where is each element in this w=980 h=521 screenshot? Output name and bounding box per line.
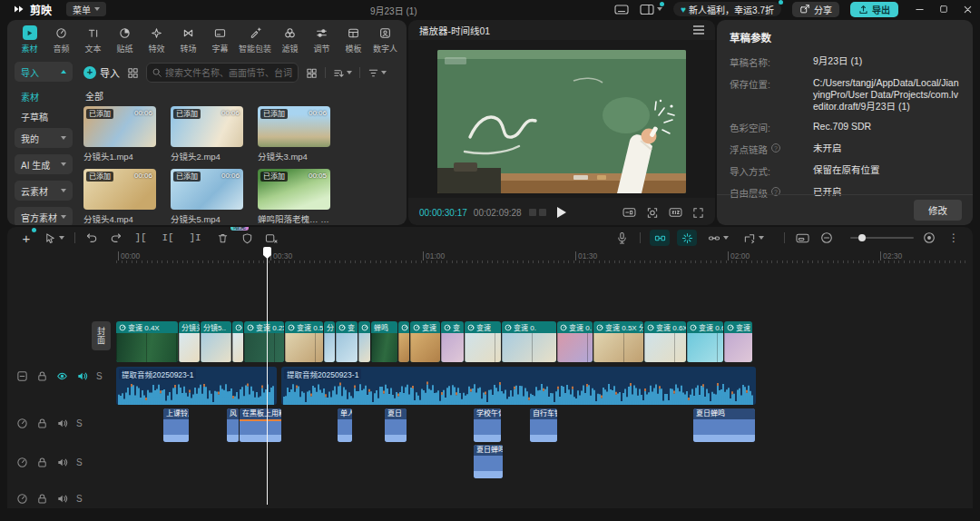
search-input[interactable]: [147, 64, 298, 82]
cover-button[interactable]: 封面: [92, 321, 111, 350]
sound-clip[interactable]: 学校午休: [474, 408, 501, 442]
play-button[interactable]: [557, 207, 566, 218]
auto-snap-toggle[interactable]: [650, 230, 670, 246]
export-button[interactable]: 导出: [850, 2, 898, 17]
layout-switch-icon[interactable]: [640, 4, 662, 15]
ratio-icon[interactable]: [669, 207, 682, 218]
gauge-icon[interactable]: [16, 493, 28, 505]
tab-transition[interactable]: 转场: [173, 25, 203, 54]
solo-button[interactable]: S: [96, 371, 103, 381]
tab-audio[interactable]: 音频: [46, 25, 76, 54]
media-item[interactable]: 已添加00:06分镜头2.mp4: [171, 106, 243, 162]
video-clip[interactable]: 变速: [358, 321, 370, 362]
sound-clip[interactable]: 单人: [338, 408, 352, 442]
grid-view-icon[interactable]: [306, 67, 318, 79]
audio-clip[interactable]: 提取音频20250923-1: [281, 367, 756, 405]
speaker-icon[interactable]: [56, 457, 68, 468]
trim-left-button[interactable]: I[: [160, 230, 176, 246]
video-clip[interactable]: 分镜5..: [201, 321, 231, 362]
video-clip[interactable]: 变: [398, 321, 409, 362]
video-clip[interactable]: 分镜头..: [179, 321, 200, 362]
media-item[interactable]: 已添加00:05蝉鸣阳落老槐… 1.mp4: [258, 169, 330, 225]
sort-dropdown[interactable]: [333, 67, 352, 79]
timeline-zoom-slider[interactable]: [850, 237, 914, 239]
player-menu-icon[interactable]: [693, 25, 704, 34]
import-button[interactable]: + 导入: [83, 65, 120, 80]
eye-icon[interactable]: [56, 370, 68, 382]
split-button[interactable]: ][: [132, 230, 149, 246]
sound-clip[interactable]: 在黑板上用粉笔: [240, 408, 281, 442]
speaker-icon[interactable]: [56, 418, 68, 429]
sound-clip[interactable]: 上课铃声: [163, 408, 189, 442]
preview-axis-dropdown[interactable]: [704, 230, 731, 246]
sound-clip[interactable]: 夏日蝉鸣: [474, 445, 503, 478]
delete-button[interactable]: [214, 230, 230, 246]
modify-button[interactable]: 修改: [914, 200, 962, 221]
video-clip[interactable]: 变速 0.6X: [644, 321, 686, 362]
video-clip[interactable]: 变速 0.4X: [116, 321, 178, 362]
minimize-button[interactable]: [915, 5, 925, 15]
more-options-button[interactable]: ⋮: [946, 230, 962, 246]
folder-grid-icon[interactable]: [127, 67, 139, 79]
mask-button[interactable]: [239, 230, 255, 246]
sound-clip[interactable]: 夏日蝉鸣: [693, 408, 755, 442]
lock-icon[interactable]: [36, 457, 48, 468]
sidebar-item-云素材[interactable]: 云素材: [15, 181, 73, 201]
media-item[interactable]: 已添加00:06分镜头1.mp4: [83, 106, 156, 162]
video-clip[interactable]: 变速: [465, 321, 501, 362]
video-clip[interactable]: 变速 0.2X: [244, 321, 284, 362]
tab-text[interactable]: 文本: [78, 25, 108, 54]
video-clip[interactable]: 蝉鸣: [371, 321, 397, 362]
close-button[interactable]: [963, 5, 973, 15]
maximize-button[interactable]: [939, 5, 948, 14]
video-clip[interactable]: 变速 0.5X 分: [593, 321, 643, 362]
video-clip[interactable]: [232, 321, 243, 362]
promo-banner[interactable]: ♥ 新人福利，幸运3.7折: [673, 2, 781, 16]
linkage-toggle[interactable]: [677, 230, 697, 246]
select-tool-button[interactable]: [43, 230, 66, 246]
redo-button[interactable]: [108, 230, 124, 246]
video-clip[interactable]: 变速 0.6: [687, 321, 723, 362]
timeline-view-button[interactable]: [794, 230, 810, 246]
video-clip[interactable]: 变: [336, 321, 358, 362]
sidebar-item-AI 生成[interactable]: AI 生成: [15, 154, 73, 174]
tab-effects[interactable]: 特效: [142, 25, 172, 54]
tab-adjust[interactable]: 调节: [307, 25, 337, 54]
sidebar-item-子草稿[interactable]: 子草稿: [15, 108, 73, 125]
zoom-fit-button[interactable]: [921, 230, 937, 246]
video-clip[interactable]: 变速 0.: [724, 321, 752, 362]
lock-icon[interactable]: [36, 493, 48, 505]
video-clip[interactable]: 变速 0.: [557, 321, 593, 362]
solo-button[interactable]: S: [76, 494, 83, 504]
smart-cutout-button[interactable]: [263, 230, 279, 246]
frame-step-buttons[interactable]: [529, 209, 546, 216]
media-item[interactable]: 已添加00:06分镜头3.mp4: [258, 106, 330, 162]
playhead[interactable]: [267, 249, 268, 505]
video-clip[interactable]: 分: [324, 321, 335, 362]
tab-media[interactable]: 素材: [15, 25, 44, 54]
focus-preview-icon[interactable]: [646, 207, 659, 219]
add-track-button[interactable]: +: [18, 230, 34, 246]
video-clip[interactable]: 变速 0.: [502, 321, 556, 362]
lock-icon[interactable]: [36, 418, 48, 429]
solo-button[interactable]: S: [76, 418, 83, 428]
speaker-icon[interactable]: [76, 370, 88, 382]
tab-avatar[interactable]: 数字人: [370, 25, 400, 54]
sidebar-item-官方素材[interactable]: 官方素材: [15, 207, 73, 225]
tab-sticker[interactable]: 贴纸: [110, 25, 140, 54]
sound-clip[interactable]: 自行车铃: [530, 408, 557, 442]
lock-icon[interactable]: [36, 370, 48, 382]
sound-clip[interactable]: 夏日: [385, 408, 407, 442]
media-item[interactable]: 已添加00:06分镜头4.mp4: [83, 169, 156, 225]
timeline-ruler[interactable]: 00:0000:3001:0001:3002:0002:30: [116, 249, 967, 265]
collapse-icon[interactable]: [16, 370, 28, 382]
trim-right-button[interactable]: ]I: [187, 230, 203, 246]
video-clip[interactable]: 变速: [410, 321, 440, 362]
tab-template[interactable]: 模板: [338, 25, 368, 54]
shortcut-keys-icon[interactable]: [614, 4, 629, 15]
sidebar-item-导入[interactable]: 导入: [15, 62, 73, 82]
sound-clip[interactable]: 风: [227, 408, 239, 442]
filter-dropdown[interactable]: [368, 67, 387, 79]
adapt-scale-dropdown[interactable]: [740, 230, 767, 246]
share-button[interactable]: 分享: [792, 2, 839, 17]
